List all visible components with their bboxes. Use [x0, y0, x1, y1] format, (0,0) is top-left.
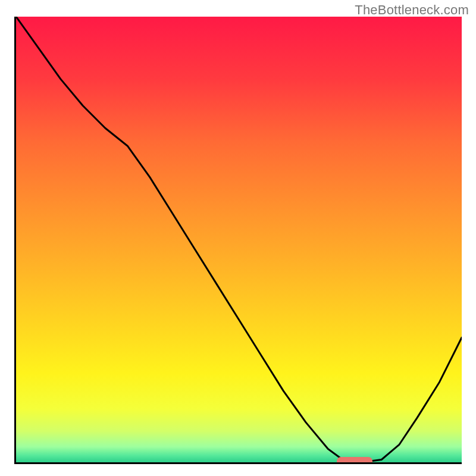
watermark-text: TheBottleneck.com: [355, 2, 469, 18]
plot-area: [14, 17, 462, 464]
bottleneck-curve: [16, 17, 462, 462]
bottleneck-chart: TheBottleneck.com: [0, 0, 476, 476]
optimal-marker: [337, 457, 372, 464]
